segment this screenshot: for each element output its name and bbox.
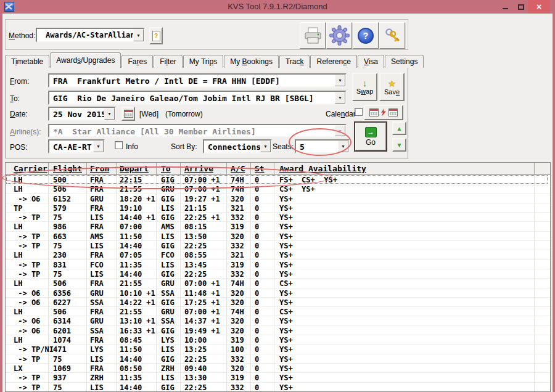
column-header[interactable]: Arrive (181, 163, 227, 174)
close-button[interactable]: × (528, 0, 550, 14)
seats-combobox[interactable]: 5 ▼ (295, 139, 350, 153)
cell: 6356 (49, 288, 87, 298)
column-header[interactable]: A/C (227, 163, 251, 174)
calendar-checkbox[interactable] (355, 108, 363, 116)
table-row[interactable]: LH500FRA22:15GIG07:00 +174H0FS+ CS+ YS+ (6, 175, 550, 184)
table-row[interactable]: -> TP/NI471LYS11:50LIS13:251000YS+ (6, 345, 550, 354)
info-checkbox[interactable] (115, 141, 123, 149)
table-row[interactable]: -> TP937ZRH11:35LIS13:303190YS+ (6, 373, 550, 382)
cell: GIG (157, 194, 181, 203)
method-help-button[interactable]: ? (149, 27, 163, 44)
cell: AMS (87, 232, 117, 241)
table-row[interactable]: LH986FRA07:00AMS08:153190YS+ (6, 222, 550, 231)
cell: CS+ (274, 307, 535, 316)
cell: 471 (49, 345, 87, 354)
dual-calendar-button[interactable] (364, 105, 403, 120)
table-row[interactable]: -> TP75LIS14:40GIG22:253320YS+ (6, 383, 550, 392)
maximize-button[interactable] (513, 0, 529, 14)
help-button[interactable]: ? (353, 22, 379, 49)
table-row[interactable]: -> TP663AMS11:50LIS13:503200YS+ (6, 232, 550, 241)
minimize-button[interactable] (497, 0, 513, 14)
cell: FS+ CS+ YS+ (274, 175, 535, 184)
column-header[interactable]: To (157, 163, 181, 174)
table-row[interactable]: LX1069FRA08:50ZRH09:403200YS+ (6, 364, 550, 373)
swap-button[interactable]: ↓ Swap (352, 73, 377, 101)
table-row[interactable]: -> TP75LIS14:40GIG22:253320YS+ (6, 354, 550, 364)
cell: ZRH (157, 364, 181, 373)
table-row[interactable]: -> TP75LIS14:40 +1GIG22:25 +13320YS+ (6, 213, 550, 222)
printer-icon (303, 27, 322, 44)
table-row[interactable]: LH230FRA07:05FCO08:553210YS+ (6, 250, 550, 259)
date-value: 25 Nov 2015 (49, 108, 104, 120)
app-window: KVS Tool 7.9.1.R2/Diamond × Method: Awar… (0, 0, 555, 392)
column-header[interactable]: From (87, 163, 117, 174)
chevron-down-icon[interactable]: ▼ (93, 141, 104, 152)
airlines-value: *A Star Alliance [All 30 Member Airlines… (49, 125, 335, 136)
cell: 0 (251, 269, 274, 279)
table-row[interactable]: -> O66201SSA16:33 +1GIG19:49 +13200YS+ (6, 326, 550, 335)
column-header[interactable]: Depart (117, 163, 157, 174)
cell: 500 (49, 175, 87, 184)
method-value: Awards/AC-StarAlliance (37, 29, 133, 41)
tab-awards-upgrades[interactable]: Awards/Upgrades (50, 52, 121, 68)
swap-label: Swap (356, 88, 374, 95)
tab-reference[interactable]: Reference (310, 55, 356, 68)
tab-filter[interactable]: Filter (154, 55, 183, 68)
column-header[interactable]: Award Availability (274, 163, 535, 174)
chevron-down-icon[interactable]: ▼ (335, 75, 345, 86)
table-row[interactable]: LH506FRA21:55GRU07:00 +174H0CS+ (6, 279, 550, 288)
pos-combobox[interactable]: CA-AE-RT ▼ (48, 139, 105, 153)
from-combobox[interactable]: FRA Frankfurt Metro / Intl DE = FRA HHN … (48, 73, 347, 88)
go-button[interactable]: → Go (354, 121, 387, 152)
tab-track[interactable]: Track (279, 55, 310, 68)
cell: 319 (227, 222, 251, 231)
cell: CS+ YS+ (274, 184, 535, 194)
table-row[interactable]: -> O66356GRU10:10 +1SSA11:48 +13200YS+ (6, 288, 550, 298)
table-row[interactable]: -> O66227SSA14:22 +1GIG17:25 +13200YS+ (6, 298, 550, 307)
save-button[interactable]: ★ Save (379, 73, 405, 101)
registration-button[interactable] (379, 22, 405, 49)
column-header[interactable]: Carrier (6, 163, 49, 174)
date-down-button[interactable]: ▼ (392, 138, 406, 152)
table-row[interactable]: LH1074FRA08:45LYS10:003190YS+ (6, 335, 550, 345)
cell: LIS (87, 241, 117, 250)
chevron-down-icon[interactable]: ▼ (133, 29, 144, 41)
table-row[interactable]: -> O66314GRU13:10 +1SSA14:37 +13200YS+ (6, 316, 550, 325)
column-header[interactable]: Flight (49, 163, 87, 174)
to-value: GIG Rio De Janeiro Galeao/Tom Jobim Intl… (49, 92, 335, 104)
table-row[interactable]: LH506FRA21:55GRU07:00 +174H0CS+ YS+ (6, 184, 550, 194)
chevron-down-icon[interactable]: ▼ (104, 108, 115, 120)
tab-my-bookings[interactable]: My Bookings (224, 55, 279, 68)
cell: 75 (49, 213, 87, 222)
sort-by-combobox[interactable]: Connections ▼ (203, 139, 272, 153)
table-row[interactable]: -> O66152GRU18:20 +1GIG19:27 +13200YS+ (6, 194, 550, 203)
tab-my-trips[interactable]: My Trips (183, 55, 223, 68)
tab-fares[interactable]: Fares (121, 55, 153, 68)
table-row[interactable]: -> TP75LIS14:40GIG22:253320YS+ (6, 241, 550, 250)
table-row[interactable]: LH506FRA21:55GRU07:00 +174H0CS+ (6, 307, 550, 316)
cell: 10:10 +1 (117, 288, 157, 298)
column-header[interactable]: St (251, 163, 274, 174)
chevron-down-icon[interactable]: ▼ (338, 141, 348, 152)
date-combobox[interactable]: 25 Nov 2015 ▼ (48, 107, 116, 121)
tab-settings[interactable]: Settings (385, 55, 424, 68)
table-row[interactable]: TP579FRA19:10LIS21:153210YS+ (6, 203, 550, 213)
table-row[interactable]: -> TP75LIS14:40GIG22:253320YS+ (6, 269, 550, 279)
print-button[interactable] (300, 22, 326, 49)
cell: LYS (157, 335, 181, 345)
cell: 11:50 (117, 345, 157, 354)
window-title: KVS Tool 7.9.1.R2/Diamond (0, 2, 555, 11)
table-row[interactable]: -> TP831FCO11:35LIS13:453190YS+ (6, 260, 550, 269)
date-picker-button[interactable] (121, 107, 135, 121)
cell-filler (535, 269, 550, 279)
chevron-down-icon[interactable]: ▼ (335, 92, 345, 104)
date-up-button[interactable]: ▲ (392, 121, 406, 135)
chevron-down-icon[interactable]: ▼ (260, 141, 271, 152)
tab-timetable[interactable]: Timetable (5, 55, 49, 68)
method-label: Method: (9, 31, 35, 40)
settings-button[interactable] (326, 22, 352, 49)
tab-visa[interactable]: Visa (358, 55, 384, 68)
method-combobox[interactable]: Awards/AC-StarAlliance ▼ (36, 28, 145, 43)
to-combobox[interactable]: GIG Rio De Janeiro Galeao/Tom Jobim Intl… (48, 91, 347, 105)
cell: 75 (49, 269, 87, 279)
